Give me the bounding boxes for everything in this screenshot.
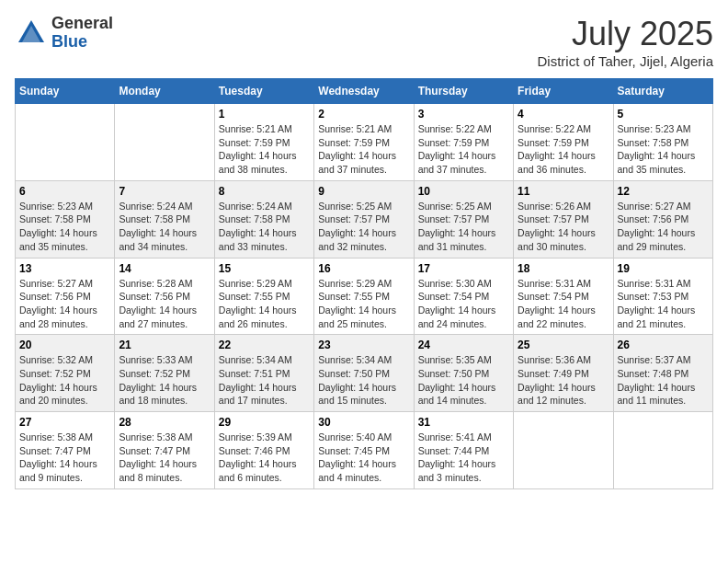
- day-number: 1: [219, 108, 310, 121]
- calendar-table: SundayMondayTuesdayWednesdayThursdayFrid…: [15, 78, 713, 489]
- weekday-header-tuesday: Tuesday: [214, 79, 313, 104]
- calendar-cell: 12Sunrise: 5:27 AM Sunset: 7:56 PM Dayli…: [613, 180, 712, 258]
- day-number: 20: [19, 339, 110, 351]
- calendar-cell: 28Sunrise: 5:38 AM Sunset: 7:47 PM Dayli…: [115, 412, 214, 489]
- cell-content: Sunrise: 5:27 AM Sunset: 7:56 PM Dayligh…: [618, 200, 709, 254]
- cell-content: Sunrise: 5:28 AM Sunset: 7:56 PM Dayligh…: [119, 277, 210, 331]
- calendar-cell: 22Sunrise: 5:34 AM Sunset: 7:51 PM Dayli…: [214, 335, 313, 412]
- cell-content: Sunrise: 5:23 AM Sunset: 7:58 PM Dayligh…: [618, 122, 709, 177]
- calendar-cell: [613, 412, 712, 489]
- cell-content: Sunrise: 5:25 AM Sunset: 7:57 PM Dayligh…: [418, 200, 509, 254]
- cell-content: Sunrise: 5:34 AM Sunset: 7:51 PM Dayligh…: [219, 353, 310, 408]
- cell-content: Sunrise: 5:41 AM Sunset: 7:44 PM Dayligh…: [418, 431, 509, 485]
- calendar-cell: 8Sunrise: 5:24 AM Sunset: 7:58 PM Daylig…: [214, 180, 313, 258]
- day-number: 27: [19, 416, 110, 429]
- logo-general-text: General: [51, 15, 113, 33]
- day-number: 31: [418, 416, 509, 429]
- day-number: 9: [318, 185, 409, 198]
- calendar-cell: 10Sunrise: 5:25 AM Sunset: 7:57 PM Dayli…: [414, 180, 513, 258]
- calendar-cell: 16Sunrise: 5:29 AM Sunset: 7:55 PM Dayli…: [314, 258, 414, 335]
- cell-content: Sunrise: 5:21 AM Sunset: 7:59 PM Dayligh…: [318, 122, 409, 177]
- cell-content: Sunrise: 5:31 AM Sunset: 7:53 PM Dayligh…: [618, 277, 709, 331]
- month-title: July 2025: [538, 15, 713, 53]
- day-number: 19: [618, 262, 709, 275]
- cell-content: Sunrise: 5:24 AM Sunset: 7:58 PM Dayligh…: [219, 200, 310, 254]
- cell-content: Sunrise: 5:40 AM Sunset: 7:45 PM Dayligh…: [318, 431, 409, 485]
- day-number: 25: [518, 339, 609, 351]
- calendar-week-3: 20Sunrise: 5:32 AM Sunset: 7:52 PM Dayli…: [16, 335, 713, 412]
- calendar-week-0: 1Sunrise: 5:21 AM Sunset: 7:59 PM Daylig…: [16, 104, 713, 181]
- calendar-cell: 17Sunrise: 5:30 AM Sunset: 7:54 PM Dayli…: [414, 258, 513, 335]
- day-number: 4: [518, 108, 609, 121]
- weekday-header-row: SundayMondayTuesdayWednesdayThursdayFrid…: [16, 79, 713, 104]
- calendar-cell: 26Sunrise: 5:37 AM Sunset: 7:48 PM Dayli…: [613, 335, 712, 412]
- cell-content: Sunrise: 5:25 AM Sunset: 7:57 PM Dayligh…: [318, 200, 409, 254]
- day-number: 6: [19, 185, 110, 198]
- calendar-week-2: 13Sunrise: 5:27 AM Sunset: 7:56 PM Dayli…: [16, 258, 713, 335]
- calendar-cell: 18Sunrise: 5:31 AM Sunset: 7:54 PM Dayli…: [514, 258, 613, 335]
- day-number: 24: [418, 339, 509, 351]
- day-number: 28: [119, 416, 210, 429]
- calendar-cell: 21Sunrise: 5:33 AM Sunset: 7:52 PM Dayli…: [115, 335, 214, 412]
- cell-content: Sunrise: 5:31 AM Sunset: 7:54 PM Dayligh…: [518, 277, 609, 331]
- day-number: 2: [318, 108, 409, 121]
- weekday-header-saturday: Saturday: [613, 79, 712, 104]
- cell-content: Sunrise: 5:21 AM Sunset: 7:59 PM Dayligh…: [219, 122, 310, 177]
- calendar-cell: 1Sunrise: 5:21 AM Sunset: 7:59 PM Daylig…: [214, 104, 313, 181]
- logo-icon: [15, 17, 48, 50]
- calendar-cell: 31Sunrise: 5:41 AM Sunset: 7:44 PM Dayli…: [414, 412, 513, 489]
- day-number: 8: [219, 185, 310, 198]
- day-number: 5: [618, 108, 709, 121]
- weekday-header-monday: Monday: [115, 79, 214, 104]
- day-number: 30: [318, 416, 409, 429]
- day-number: 3: [418, 108, 509, 121]
- calendar-cell: 11Sunrise: 5:26 AM Sunset: 7:57 PM Dayli…: [514, 180, 613, 258]
- calendar-cell: 7Sunrise: 5:24 AM Sunset: 7:58 PM Daylig…: [115, 180, 214, 258]
- day-number: 16: [318, 262, 409, 275]
- calendar-cell: 30Sunrise: 5:40 AM Sunset: 7:45 PM Dayli…: [314, 412, 414, 489]
- calendar-cell: 24Sunrise: 5:35 AM Sunset: 7:50 PM Dayli…: [414, 335, 513, 412]
- calendar-cell: 4Sunrise: 5:22 AM Sunset: 7:59 PM Daylig…: [514, 104, 613, 181]
- day-number: 17: [418, 262, 509, 275]
- title-area: July 2025 District of Taher, Jijel, Alge…: [538, 15, 713, 69]
- cell-content: Sunrise: 5:36 AM Sunset: 7:49 PM Dayligh…: [518, 353, 609, 408]
- cell-content: Sunrise: 5:26 AM Sunset: 7:57 PM Dayligh…: [518, 200, 609, 254]
- day-number: 29: [219, 416, 310, 429]
- day-number: 12: [618, 185, 709, 198]
- cell-content: Sunrise: 5:38 AM Sunset: 7:47 PM Dayligh…: [19, 431, 110, 485]
- calendar-cell: [514, 412, 613, 489]
- day-number: 13: [19, 262, 110, 275]
- day-number: 15: [219, 262, 310, 275]
- logo-text: General Blue: [51, 15, 113, 52]
- calendar-cell: 23Sunrise: 5:34 AM Sunset: 7:50 PM Dayli…: [314, 335, 414, 412]
- cell-content: Sunrise: 5:22 AM Sunset: 7:59 PM Dayligh…: [418, 122, 509, 177]
- cell-content: Sunrise: 5:35 AM Sunset: 7:50 PM Dayligh…: [418, 353, 509, 408]
- cell-content: Sunrise: 5:27 AM Sunset: 7:56 PM Dayligh…: [19, 277, 110, 331]
- calendar-cell: 20Sunrise: 5:32 AM Sunset: 7:52 PM Dayli…: [16, 335, 115, 412]
- weekday-header-thursday: Thursday: [414, 79, 513, 104]
- day-number: 18: [518, 262, 609, 275]
- header: General Blue July 2025 District of Taher…: [15, 15, 713, 69]
- calendar-cell: 3Sunrise: 5:22 AM Sunset: 7:59 PM Daylig…: [414, 104, 513, 181]
- day-number: 7: [119, 185, 210, 198]
- cell-content: Sunrise: 5:33 AM Sunset: 7:52 PM Dayligh…: [119, 353, 210, 408]
- day-number: 21: [119, 339, 210, 351]
- weekday-header-sunday: Sunday: [16, 79, 115, 104]
- day-number: 10: [418, 185, 509, 198]
- calendar-cell: 13Sunrise: 5:27 AM Sunset: 7:56 PM Dayli…: [16, 258, 115, 335]
- cell-content: Sunrise: 5:29 AM Sunset: 7:55 PM Dayligh…: [219, 277, 310, 331]
- calendar-cell: 19Sunrise: 5:31 AM Sunset: 7:53 PM Dayli…: [613, 258, 712, 335]
- calendar-week-4: 27Sunrise: 5:38 AM Sunset: 7:47 PM Dayli…: [16, 412, 713, 489]
- calendar-cell: 27Sunrise: 5:38 AM Sunset: 7:47 PM Dayli…: [16, 412, 115, 489]
- calendar-cell: 2Sunrise: 5:21 AM Sunset: 7:59 PM Daylig…: [314, 104, 414, 181]
- cell-content: Sunrise: 5:32 AM Sunset: 7:52 PM Dayligh…: [19, 353, 110, 408]
- weekday-header-friday: Friday: [514, 79, 613, 104]
- day-number: 11: [518, 185, 609, 198]
- calendar-cell: 5Sunrise: 5:23 AM Sunset: 7:58 PM Daylig…: [613, 104, 712, 181]
- cell-content: Sunrise: 5:38 AM Sunset: 7:47 PM Dayligh…: [119, 431, 210, 485]
- day-number: 23: [318, 339, 409, 351]
- cell-content: Sunrise: 5:24 AM Sunset: 7:58 PM Dayligh…: [119, 200, 210, 254]
- day-number: 14: [119, 262, 210, 275]
- calendar-cell: [16, 104, 115, 181]
- logo-blue-text: Blue: [51, 33, 113, 52]
